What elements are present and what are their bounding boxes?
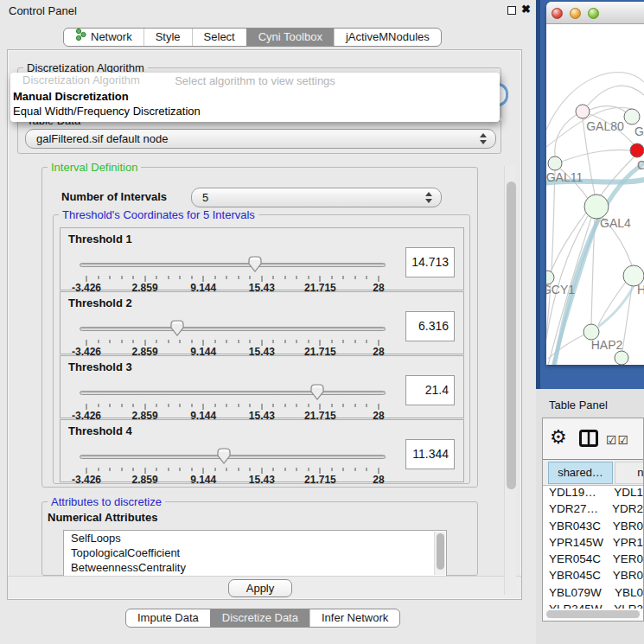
tab-select[interactable]: Select	[192, 29, 246, 46]
table-header: shared… name	[543, 460, 643, 486]
slider-thumb[interactable]	[310, 384, 324, 400]
threshold-slider[interactable]: -3.4262.8599.14415.4321.71528	[80, 258, 386, 290]
network-window-titlebar[interactable]	[546, 2, 644, 24]
table-row[interactable]: YDR27…YDR2	[543, 502, 643, 519]
network-canvas[interactable]: GAL80GACGAL11GAL4GCY1HHAP2	[546, 24, 644, 365]
table-body[interactable]: YDL19…YDL1YDR27…YDR2YBR043CYBR0YPR145WYP…	[543, 486, 643, 609]
table-data-combobox[interactable]: galFiltered.sif default node	[25, 129, 496, 149]
threshold-slider[interactable]: -3.4262.8599.14415.4321.71528	[80, 322, 386, 354]
algorithm-option-manual[interactable]: Manual Discretization	[13, 90, 129, 103]
number-of-intervals-combobox[interactable]: 5	[191, 188, 442, 207]
network-edge[interactable]	[562, 150, 630, 162]
algorithm-dropdown-popup: Discretization Algorithm Select algorith…	[10, 73, 500, 122]
cell-name[interactable]: YLR3	[607, 603, 643, 609]
cell-name[interactable]: YBR0	[606, 520, 643, 536]
slider-thumb[interactable]	[248, 256, 262, 272]
list-item[interactable]: SelfLoops	[64, 531, 446, 545]
tab-impute-data[interactable]: Impute Data	[126, 609, 210, 627]
network-node-gal80[interactable]	[576, 105, 590, 118]
cell-name[interactable]: YBL0	[608, 586, 643, 603]
threshold-value-field[interactable]: 11.344	[405, 439, 455, 469]
cell-shared-name[interactable]: YBR045C	[543, 569, 606, 585]
interval-definition-group: Interval Definition Number of Intervals …	[41, 167, 478, 488]
columns-icon[interactable]	[579, 430, 598, 450]
tab-style-label: Style	[156, 29, 181, 46]
list-scrollbar[interactable]	[434, 532, 445, 575]
network-node-gal11[interactable]	[548, 156, 562, 170]
combo-stepper-icon	[425, 192, 433, 203]
table-data-selected-value: galFiltered.sif default node	[36, 132, 168, 145]
column-header-name[interactable]: name	[615, 462, 644, 484]
tab-cyni-toolbox[interactable]: Cyni Toolbox	[246, 29, 334, 46]
threshold-value-field[interactable]: 6.316	[405, 311, 455, 341]
algorithm-hint-option[interactable]: Select algorithm to view settings	[10, 74, 500, 87]
screenshot-stage: Control Panel ✖ Network Style Select Cyn…	[0, 0, 644, 644]
panel-scrollbar[interactable]	[504, 166, 516, 595]
tab-jactivemnodules[interactable]: jActiveMNodules	[334, 29, 441, 46]
network-edge[interactable]	[598, 286, 634, 327]
close-icon[interactable]: ✖	[521, 3, 531, 16]
cell-shared-name[interactable]: YBL079W	[543, 586, 608, 603]
network-edge[interactable]	[546, 170, 555, 363]
table-panel: Table Panel ⚙ ☑☑ shared… name YDL19…YDL1…	[536, 389, 644, 644]
table-row[interactable]: YBR043CYBR0	[543, 520, 643, 536]
cell-shared-name[interactable]: YBR043C	[543, 520, 606, 536]
table-row[interactable]: YBL079WYBL0	[543, 586, 643, 603]
network-node-gal4[interactable]	[584, 194, 609, 219]
list-item[interactable]: TopologicalCoefficient	[64, 545, 446, 560]
cell-name[interactable]: YDL1	[607, 486, 643, 502]
scrollbar-thumb[interactable]	[546, 610, 640, 618]
tab-discretize-data[interactable]: Discretize Data	[210, 609, 309, 627]
select-columns-checkboxes-icon[interactable]: ☑☑	[606, 433, 629, 447]
cell-shared-name[interactable]: YLR345W	[543, 603, 607, 609]
threshold-slider[interactable]: -3.4262.8599.14415.4321.71528	[80, 386, 386, 418]
cell-shared-name[interactable]: YER054C	[543, 552, 606, 569]
zoom-traffic-light-icon[interactable]	[588, 8, 599, 19]
network-window: GAL80GACGAL11GAL4GCY1HHAP2	[546, 2, 644, 365]
node-label: GCY1	[546, 283, 575, 296]
table-row[interactable]: YDL19…YDL1	[543, 486, 643, 502]
float-window-icon[interactable]	[507, 6, 516, 15]
tab-jactivemnodules-label: jActiveMNodules	[346, 29, 430, 46]
apply-button[interactable]: Apply	[228, 579, 292, 597]
column-header-shared-name[interactable]: shared…	[548, 462, 613, 484]
list-item[interactable]: BetweennessCentrality	[64, 560, 446, 575]
cell-name[interactable]: YBR0	[606, 569, 643, 585]
table-row[interactable]: YER054CYER0	[543, 552, 643, 569]
table-row[interactable]: YBR045CYBR0	[543, 569, 643, 585]
table-row[interactable]: YPR145WYPR1	[543, 536, 643, 552]
algorithm-option-equal-width[interactable]: Equal Width/Frequency Discretization	[13, 105, 201, 118]
cell-shared-name[interactable]: YDL19…	[543, 486, 607, 502]
control-panel: Control Panel ✖ Network Style Select Cyn…	[0, 0, 536, 644]
tab-network[interactable]: Network	[64, 29, 143, 46]
close-traffic-light-icon[interactable]	[552, 8, 563, 19]
threshold-slider[interactable]: -3.4262.8599.14415.4321.71528	[80, 450, 386, 482]
table-hscrollbar[interactable]	[546, 610, 640, 618]
apply-bar: Apply	[8, 576, 521, 598]
table-row[interactable]: YLR345WYLR3	[543, 603, 643, 609]
number-of-intervals-value: 5	[202, 191, 208, 204]
cell-name[interactable]: YER0	[606, 552, 643, 569]
network-node-c[interactable]	[630, 143, 644, 157]
cell-name[interactable]: YPR1	[606, 536, 643, 552]
number-of-intervals-label: Number of Intervals	[61, 190, 167, 203]
gear-icon[interactable]: ⚙	[550, 426, 567, 449]
numerical-attributes-list[interactable]: SelfLoops TopologicalCoefficient Between…	[63, 530, 447, 577]
threshold-value-field[interactable]: 14.713	[405, 247, 455, 277]
cell-name[interactable]: YDR2	[605, 502, 643, 519]
network-node-unnamed[interactable]	[615, 351, 628, 365]
node-label: GAL80	[586, 119, 624, 133]
slider-thumb[interactable]	[217, 448, 231, 464]
slider-thumb[interactable]	[170, 320, 184, 336]
scrollbar-thumb[interactable]	[507, 182, 516, 489]
cell-shared-name[interactable]: YDR27…	[543, 502, 605, 519]
threshold-value-field[interactable]: 21.4	[405, 375, 455, 405]
network-node-ga[interactable]	[624, 109, 640, 124]
control-panel-tabs: Network Style Select Cyni Toolbox jActiv…	[63, 28, 442, 47]
tab-infer-network[interactable]: Infer Network	[309, 609, 399, 627]
cell-shared-name[interactable]: YPR145W	[543, 536, 606, 552]
minimize-traffic-light-icon[interactable]	[570, 8, 581, 19]
network-edge[interactable]	[555, 112, 583, 156]
node-label: C	[637, 158, 644, 172]
tab-style[interactable]: Style	[143, 29, 192, 46]
